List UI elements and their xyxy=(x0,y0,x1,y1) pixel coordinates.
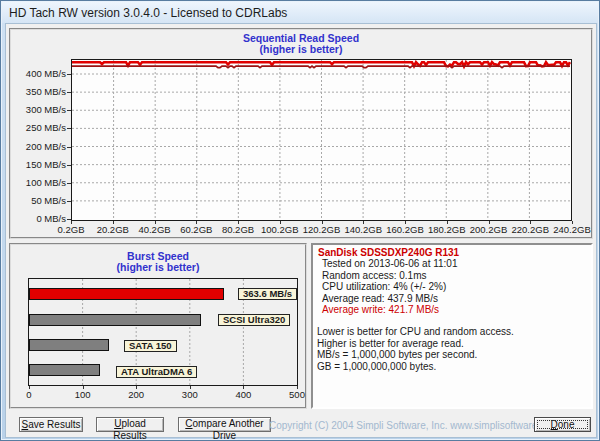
y-axis-label: 50 MB/s xyxy=(11,196,66,206)
read-chart-canvas xyxy=(72,60,571,220)
y-axis-tick xyxy=(67,201,71,202)
copyright-text: Copyright (C) 2004 Simpli Software, Inc.… xyxy=(269,420,529,431)
y-axis-tick xyxy=(67,110,71,111)
burst-bar-label: SATA 150 xyxy=(124,340,177,352)
x-axis-tick xyxy=(243,386,244,389)
x-axis-tick xyxy=(155,221,156,224)
burst-bar xyxy=(29,288,224,300)
x-axis-tick xyxy=(405,221,406,224)
y-axis-tick xyxy=(67,147,71,148)
info-line: Average read: 437.9 MB/s xyxy=(316,293,588,304)
x-axis-tick xyxy=(190,386,191,389)
drive-name: SanDisk SDSSDXP240G R131 xyxy=(316,247,588,258)
burst-bar-label: 363.6 MB/s xyxy=(238,288,297,300)
y-axis-label: 350 MB/s xyxy=(11,87,66,97)
read-chart-subtitle: (higher is better) xyxy=(11,44,591,55)
x-axis-label: 100 xyxy=(63,390,103,400)
x-axis-label: 0 xyxy=(9,390,49,400)
x-axis-tick xyxy=(363,221,364,224)
burst-speed-panel: Burst Speed (higher is better) 363.6 MB/… xyxy=(9,243,307,409)
y-axis-label: 200 MB/s xyxy=(11,142,66,152)
burst-bar xyxy=(29,339,109,351)
x-axis-tick xyxy=(238,221,239,224)
y-axis-tick xyxy=(67,183,71,184)
y-axis-label: 100 MB/s xyxy=(11,178,66,188)
burst-bar xyxy=(29,364,100,376)
burst-chart-subtitle: (higher is better) xyxy=(11,262,305,273)
y-axis-label: 400 MB/s xyxy=(11,69,66,79)
y-axis-label: 250 MB/s xyxy=(11,123,66,133)
upload-results-button[interactable]: Upload Results xyxy=(96,417,164,432)
x-axis-tick xyxy=(113,221,114,224)
burst-bar-label: SCSI Ultra320 xyxy=(218,314,290,326)
info-spacer xyxy=(316,315,588,326)
info-note: Lower is better for CPU and random acces… xyxy=(316,326,588,337)
burst-bar xyxy=(29,314,201,326)
y-axis-tick xyxy=(67,128,71,129)
y-axis-tick xyxy=(67,219,71,220)
info-line: Tested on 2013-06-06 at 11:01 xyxy=(316,258,588,269)
y-axis-label: 300 MB/s xyxy=(11,105,66,115)
x-axis-label: 400 xyxy=(223,390,263,400)
info-note: GB = 1,000,000,000 bytes. xyxy=(316,361,588,372)
y-axis-tick xyxy=(67,74,71,75)
x-axis-tick xyxy=(530,221,531,224)
x-axis-label: 200 xyxy=(116,390,156,400)
average-write-line: Average write: 421.7 MB/s xyxy=(316,304,588,315)
burst-bar-label: ATA UltraDMA 6 xyxy=(116,366,197,378)
x-axis-tick xyxy=(196,221,197,224)
x-axis-label: 240.2GB xyxy=(547,225,597,235)
y-axis-label: 0 MB/s xyxy=(11,214,66,224)
read-chart-plot xyxy=(71,59,572,221)
y-axis-label: 150 MB/s xyxy=(11,160,66,170)
x-axis-tick xyxy=(297,386,298,389)
save-results-button[interactable]: Save Results xyxy=(19,417,83,432)
info-line: Random access: 0.1ms xyxy=(316,270,588,281)
x-axis-tick xyxy=(29,386,30,389)
x-axis-tick xyxy=(136,386,137,389)
x-axis-tick xyxy=(83,386,84,389)
x-axis-tick xyxy=(572,221,573,224)
app-window: HD Tach RW version 3.0.4.0 - Licensed to… xyxy=(0,0,600,441)
drive-info-panel: SanDisk SDSSDXP240G R131 Tested on 2013-… xyxy=(311,243,593,409)
x-axis-tick xyxy=(71,221,72,224)
sequential-read-panel: Sequential Read Speed (higher is better)… xyxy=(9,28,593,239)
y-axis-tick xyxy=(67,165,71,166)
x-axis-tick xyxy=(280,221,281,224)
compare-another-drive-button[interactable]: Compare Another Drive xyxy=(178,417,271,432)
done-button[interactable]: Done xyxy=(534,417,591,432)
info-note: MB/s = 1,000,000 bytes per second. xyxy=(316,349,588,360)
titlebar[interactable]: HD Tach RW version 3.0.4.0 - Licensed to… xyxy=(2,2,598,23)
x-axis-tick xyxy=(489,221,490,224)
info-line: CPU utilization: 4% (+/- 2%) xyxy=(316,281,588,292)
window-title: HD Tach RW version 3.0.4.0 - Licensed to… xyxy=(9,6,287,20)
x-axis-label: 300 xyxy=(170,390,210,400)
info-note: Higher is better for average read. xyxy=(316,338,588,349)
x-axis-tick xyxy=(447,221,448,224)
y-axis-tick xyxy=(67,92,71,93)
x-axis-tick xyxy=(322,221,323,224)
